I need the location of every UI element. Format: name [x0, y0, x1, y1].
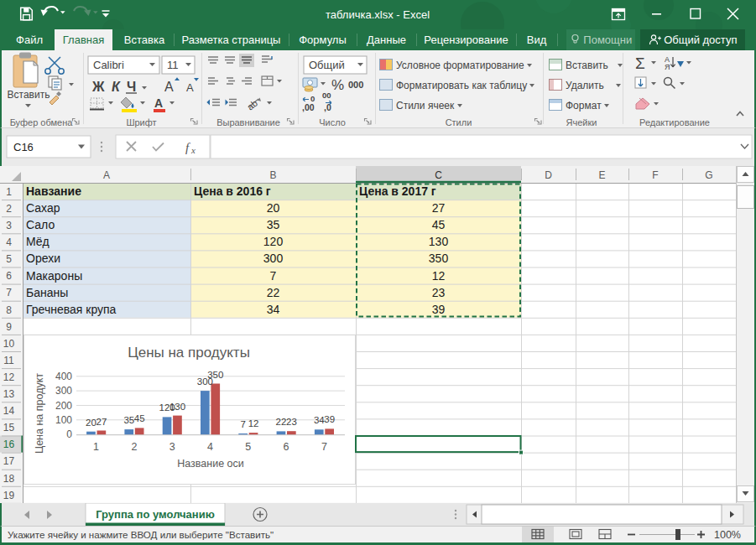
svg-text:35: 35: [267, 218, 280, 231]
svg-text:3: 3: [6, 220, 12, 231]
svg-text:22: 22: [267, 286, 280, 299]
svg-text:12: 12: [3, 371, 15, 383]
svg-text:400: 400: [55, 371, 72, 382]
svg-text:5: 5: [245, 441, 251, 453]
svg-text:Орехи: Орехи: [26, 252, 60, 265]
svg-text:7: 7: [240, 419, 245, 429]
svg-text:6: 6: [6, 270, 12, 282]
svg-text:Ч: Ч: [127, 80, 136, 94]
svg-text:3: 3: [169, 441, 175, 453]
svg-text:45: 45: [432, 218, 446, 231]
svg-text:0: 0: [310, 94, 315, 103]
svg-text:Цена в 2017 г: Цена в 2017 г: [359, 184, 436, 198]
svg-text:Сахар: Сахар: [26, 201, 60, 215]
svg-text:300: 300: [263, 252, 284, 265]
svg-text:350: 350: [429, 252, 449, 265]
svg-text:7: 7: [270, 269, 277, 283]
svg-text:Навзание: Навзание: [26, 184, 81, 198]
svg-text:00: 00: [322, 91, 331, 100]
svg-text:Гречневая крупа: Гречневая крупа: [26, 303, 117, 316]
svg-text:27: 27: [432, 201, 446, 215]
svg-text:5: 5: [6, 253, 12, 265]
svg-text:120: 120: [263, 235, 284, 248]
svg-text:Бананы: Бананы: [26, 286, 68, 299]
svg-text:20: 20: [86, 418, 96, 428]
svg-text:000: 000: [348, 80, 363, 90]
svg-text:7: 7: [6, 287, 12, 298]
svg-text:Общий: Общий: [309, 59, 345, 71]
svg-text:4: 4: [207, 441, 213, 453]
svg-text:1: 1: [6, 186, 12, 198]
svg-text:14: 14: [3, 405, 15, 417]
svg-text:130: 130: [169, 402, 185, 412]
svg-text:Макароны: Макароны: [26, 269, 82, 283]
svg-text:4: 4: [6, 236, 12, 248]
svg-text:Группа по умолчанию: Группа по умолчанию: [96, 508, 215, 521]
svg-text:A: A: [103, 169, 110, 181]
svg-text:E: E: [598, 169, 605, 181]
svg-text:10: 10: [3, 338, 15, 350]
svg-text:39: 39: [432, 303, 446, 316]
svg-text:35: 35: [123, 415, 134, 425]
svg-text:B: B: [269, 169, 276, 181]
svg-text:2: 2: [6, 203, 12, 215]
svg-text:F: F: [652, 169, 658, 181]
svg-text:27: 27: [96, 417, 107, 427]
svg-text:16: 16: [3, 439, 15, 450]
svg-text:300: 300: [55, 385, 72, 397]
svg-text:табличка.xlsx - Excel: табличка.xlsx - Excel: [326, 8, 430, 21]
svg-text:А: А: [164, 80, 174, 94]
svg-text:11: 11: [167, 59, 179, 71]
svg-text:9: 9: [6, 321, 12, 333]
svg-text:100%: 100%: [714, 529, 741, 541]
svg-text:Ж: Ж: [91, 80, 105, 94]
svg-text:Мёд: Мёд: [26, 235, 50, 248]
svg-text:23: 23: [286, 417, 297, 427]
svg-text:12: 12: [248, 418, 259, 428]
svg-text:А: А: [154, 96, 163, 110]
svg-text:18: 18: [3, 473, 15, 485]
svg-text:Calibri: Calibri: [93, 59, 124, 71]
svg-text:6: 6: [284, 441, 289, 453]
svg-text:1: 1: [93, 441, 99, 453]
svg-text:12: 12: [432, 269, 446, 283]
svg-text:13: 13: [3, 388, 15, 400]
svg-text:D: D: [545, 169, 552, 181]
svg-text:34: 34: [267, 303, 280, 316]
svg-text:%: %: [331, 77, 344, 93]
svg-text:Σ: Σ: [635, 54, 645, 72]
svg-text:К: К: [112, 80, 121, 94]
svg-text:x: x: [190, 145, 196, 155]
svg-text:23: 23: [432, 286, 446, 299]
svg-text:C: C: [435, 169, 442, 181]
svg-text:19: 19: [3, 490, 15, 501]
svg-text:15: 15: [3, 422, 15, 433]
svg-text:C16: C16: [13, 141, 34, 153]
svg-text:17: 17: [3, 455, 15, 467]
svg-text:20: 20: [267, 201, 280, 215]
svg-text:Я: Я: [665, 63, 670, 71]
svg-text:Название оси: Название оси: [177, 458, 244, 470]
svg-text:39: 39: [324, 414, 335, 424]
svg-text:45: 45: [134, 413, 145, 423]
svg-text:2: 2: [131, 441, 137, 453]
svg-text:Укажите ячейку и нажмите ВВОД: Укажите ячейку и нажмите ВВОД или выбери…: [8, 529, 274, 540]
svg-text:А: А: [186, 81, 194, 94]
svg-text:7: 7: [321, 441, 327, 453]
svg-text:34: 34: [314, 415, 325, 425]
svg-text:Цена на продукт: Цена на продукт: [34, 373, 45, 454]
svg-text:11: 11: [3, 355, 14, 366]
svg-text:8: 8: [6, 304, 12, 316]
svg-text:350: 350: [207, 370, 223, 380]
svg-text:200: 200: [55, 400, 72, 412]
svg-text:G: G: [705, 169, 712, 181]
svg-text:22: 22: [276, 417, 287, 427]
svg-text:,00: ,00: [302, 102, 315, 112]
svg-text:Цена в 2016 г: Цена в 2016 г: [194, 184, 271, 198]
svg-text:130: 130: [429, 235, 449, 248]
svg-text:Цены на продукты: Цены на продукты: [128, 345, 250, 361]
svg-text:0: 0: [66, 428, 72, 440]
svg-text:100: 100: [55, 414, 72, 426]
svg-text:Сало: Сало: [26, 218, 55, 231]
